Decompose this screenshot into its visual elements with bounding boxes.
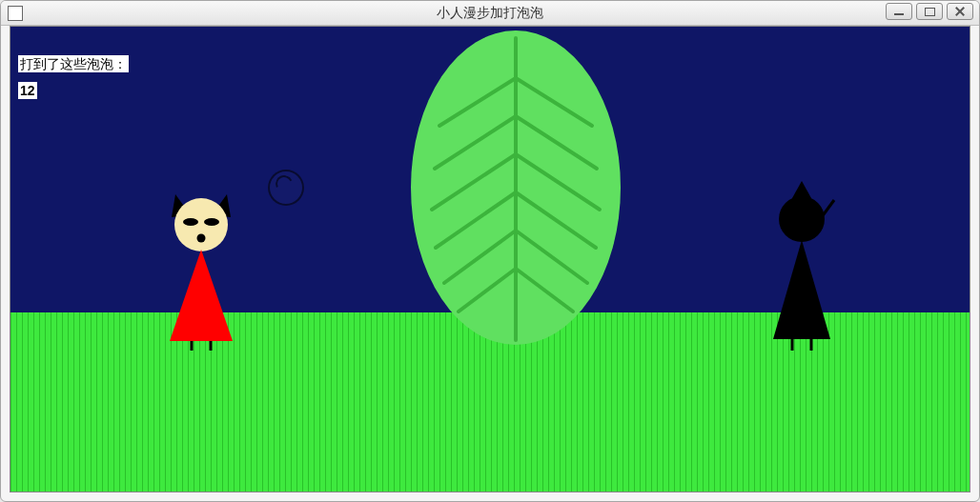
svg-line-4 [435, 116, 516, 169]
svg-point-19 [197, 234, 206, 243]
svg-line-7 [516, 154, 600, 210]
game-canvas: 打到了这些泡泡： 12 [10, 27, 970, 492]
svg-line-25 [813, 200, 834, 229]
svg-point-18 [204, 218, 219, 226]
svg-line-5 [516, 116, 597, 169]
svg-marker-14 [172, 194, 191, 217]
minimize-button[interactable] [886, 3, 912, 20]
maximize-icon [925, 8, 935, 16]
leaf-icon [392, 26, 640, 354]
score-value: 12 [18, 82, 37, 99]
window-titlebar[interactable]: 小人漫步加打泡泡 [1, 1, 979, 26]
svg-marker-23 [792, 181, 811, 198]
grass-ground [10, 312, 970, 492]
svg-line-2 [439, 78, 516, 126]
svg-line-9 [516, 192, 596, 248]
minimize-icon [894, 13, 904, 15]
svg-point-0 [411, 30, 621, 345]
svg-marker-15 [212, 194, 231, 217]
window-controls [886, 3, 973, 20]
moon-icon [886, 65, 933, 112]
svg-line-10 [444, 231, 516, 283]
close-button[interactable] [947, 3, 973, 20]
bubble-icon [268, 170, 304, 206]
app-icon [8, 6, 23, 21]
svg-point-24 [779, 196, 825, 242]
score-label: 打到了这些泡泡： [18, 55, 129, 72]
svg-point-17 [183, 218, 198, 226]
svg-line-13 [516, 269, 573, 311]
svg-line-6 [432, 154, 516, 210]
svg-line-3 [516, 78, 592, 126]
maximize-button[interactable] [916, 3, 943, 20]
svg-point-16 [174, 198, 228, 251]
svg-line-8 [436, 192, 516, 248]
app-window: 小人漫步加打泡泡 打到了这些泡泡： 12 [0, 0, 980, 502]
svg-line-11 [516, 231, 587, 283]
game-viewport[interactable]: 打到了这些泡泡： 12 [10, 26, 970, 492]
window-title: 小人漫步加打泡泡 [1, 1, 979, 25]
svg-line-12 [459, 269, 516, 311]
